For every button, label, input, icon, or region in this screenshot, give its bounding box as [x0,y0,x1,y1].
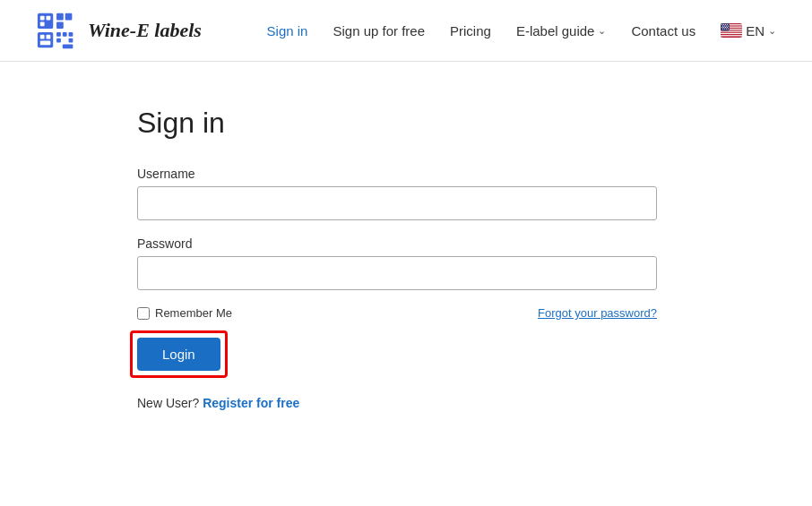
nav-contact-us[interactable]: Contact us [631,23,695,39]
nav-elabel-guide[interactable]: E-label guide ⌄ [516,23,607,39]
svg-rect-13 [69,32,73,37]
forgot-password-link[interactable]: Forgot your password? [538,306,657,320]
svg-rect-22 [721,33,742,34]
nav-sign-in[interactable]: Sign in [267,23,308,39]
main-nav: Sign in Sign up for free Pricing E-label… [267,23,776,39]
svg-point-35 [725,27,726,28]
password-input[interactable] [137,256,657,290]
remember-me-checkbox[interactable] [137,307,150,320]
svg-point-40 [728,28,729,29]
page-title: Sign in [137,107,675,140]
remember-forgot-row: Remember Me Forgot your password? [137,306,657,320]
svg-point-38 [724,28,725,29]
nav-pricing[interactable]: Pricing [450,23,491,39]
svg-rect-6 [56,21,64,29]
svg-rect-3 [40,21,45,26]
svg-point-28 [727,24,728,25]
username-input[interactable] [137,186,657,220]
flag-icon [721,23,742,38]
svg-point-33 [721,27,722,28]
svg-point-30 [724,25,725,26]
svg-rect-23 [721,35,742,36]
svg-rect-4 [56,13,64,21]
svg-rect-15 [69,39,73,43]
logo-text: Wine-E labels [88,19,202,42]
new-user-text: New User? [137,396,199,410]
svg-point-36 [727,27,728,28]
lang-chevron-icon: ⌄ [768,25,776,37]
password-label: Password [137,236,675,251]
remember-me-label: Remember Me [155,306,232,320]
site-header: Wine-E labels Sign in Sign up for free P… [0,0,812,62]
svg-point-37 [722,28,723,29]
svg-rect-10 [40,41,51,46]
lang-label: EN [746,23,764,39]
svg-point-32 [728,25,729,26]
svg-rect-5 [65,13,73,21]
register-link[interactable]: Register for free [203,396,299,410]
svg-point-25 [721,24,722,25]
new-user-row: New User? Register for free [137,396,675,410]
svg-rect-8 [40,35,45,39]
svg-rect-2 [47,16,51,21]
password-group: Password [137,236,675,290]
svg-point-29 [722,25,723,26]
username-label: Username [137,167,675,181]
svg-rect-14 [56,39,61,43]
logo-icon [36,11,81,50]
svg-rect-16 [63,44,73,48]
logo-area: Wine-E labels [36,11,202,50]
nav-sign-up[interactable]: Sign up for free [333,23,425,39]
svg-point-26 [723,24,724,25]
svg-rect-9 [47,35,51,39]
login-button[interactable]: Login [137,338,220,371]
main-content: Sign in Username Password Remember Me Fo… [101,62,711,455]
svg-point-27 [725,24,726,25]
svg-rect-12 [63,32,67,37]
svg-point-31 [726,25,727,26]
svg-point-34 [723,27,724,28]
svg-rect-1 [40,16,45,21]
svg-rect-11 [56,32,61,37]
svg-rect-7 [38,32,53,47]
remember-me-area: Remember Me [137,306,232,320]
language-selector[interactable]: EN ⌄ [721,23,776,39]
svg-rect-0 [38,13,53,29]
svg-point-39 [726,28,727,29]
chevron-down-icon: ⌄ [598,25,606,37]
username-group: Username [137,167,675,220]
login-button-wrapper: Login [137,338,220,371]
